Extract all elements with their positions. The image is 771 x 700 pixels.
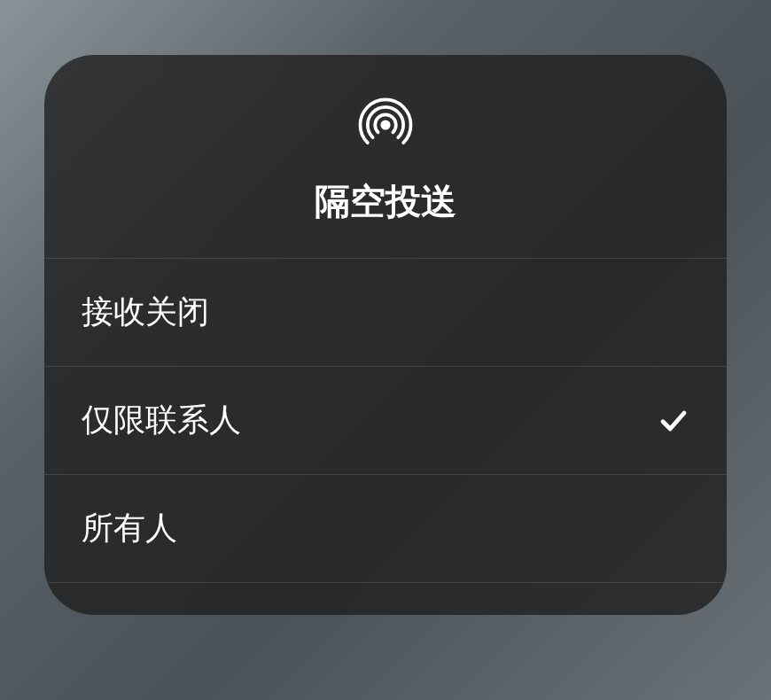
svg-point-0 <box>380 120 390 129</box>
panel-header: 隔空投送 <box>44 55 727 259</box>
options-list: 接收关闭 仅限联系人 所有人 <box>44 259 727 615</box>
check-icon <box>658 405 689 437</box>
airdrop-panel: 隔空投送 接收关闭 仅限联系人 所有人 <box>44 55 727 615</box>
option-label: 仅限联系人 <box>82 399 241 442</box>
option-label: 所有人 <box>82 507 177 550</box>
option-label: 接收关闭 <box>82 291 209 334</box>
option-contacts-only[interactable]: 仅限联系人 <box>44 367 727 475</box>
airdrop-icon <box>358 97 413 152</box>
panel-title: 隔空投送 <box>315 177 456 226</box>
option-receiving-off[interactable]: 接收关闭 <box>44 259 727 367</box>
option-everyone[interactable]: 所有人 <box>44 475 727 583</box>
bottom-spacer <box>44 583 727 615</box>
